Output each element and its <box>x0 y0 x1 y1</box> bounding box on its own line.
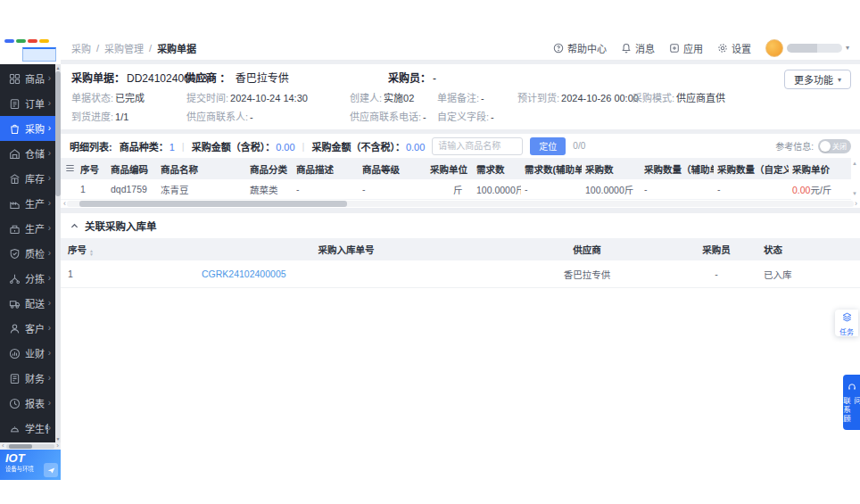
sidebar-item-label: 生产 <box>25 221 48 235</box>
user-menu[interactable]: ▾ <box>765 39 849 57</box>
bell-icon <box>621 43 632 54</box>
sidebar-item-production[interactable]: 生产› <box>0 191 55 216</box>
apps-icon <box>669 43 680 54</box>
items-col-header[interactable]: 商品描述 <box>293 162 359 176</box>
items-stat: 商品种类：1 <box>120 139 175 153</box>
sidebar-item-warehouse[interactable]: 仓储› <box>0 141 55 166</box>
items-col-header[interactable]: 商品等级 <box>359 162 426 176</box>
items-col-header[interactable]: 采购单价 <box>789 162 842 176</box>
app-logo[interactable] <box>0 36 61 64</box>
breadcrumb-purchase[interactable]: 采购 <box>71 41 91 55</box>
sidebar-item-goods[interactable]: 商品› <box>0 66 55 91</box>
sidebar-item-customers[interactable]: 客户› <box>0 316 55 341</box>
related-table-row[interactable]: 1CGRK24102400005香巴拉专供-已入库 <box>61 260 860 288</box>
help-center-button[interactable]: 帮助中心 <box>553 41 607 55</box>
logo-bars-icon <box>4 39 57 43</box>
sidebar-item-purchase[interactable]: 采购› <box>0 116 55 141</box>
scroll-down-icon[interactable]: ▼ <box>852 191 857 196</box>
items-col-header[interactable]: 商品名称 <box>157 162 246 176</box>
locate-button[interactable]: 定位 <box>530 137 566 155</box>
items-filter-row: 明细列表: 商品种类：1|采购金额（含税）：0.00|采购金额（不含税）：0.0… <box>61 134 860 158</box>
product-name-input[interactable] <box>432 137 523 155</box>
sidebar-item-orders[interactable]: 订单› <box>0 91 55 116</box>
avatar <box>765 39 783 57</box>
task-float-button[interactable]: 任务 <box>835 310 858 336</box>
scrollbar-thumb[interactable] <box>79 201 347 207</box>
order-field: 供应商 ： 香巴拉专供 <box>185 70 388 85</box>
sidebar-item-quality[interactable]: 质检› <box>0 241 55 266</box>
related-col-header[interactable]: 供应商 <box>498 243 676 256</box>
col-settings-icon[interactable] <box>61 162 77 176</box>
sidebar-item-finance[interactable]: 财务› <box>0 366 55 391</box>
scroll-up-icon[interactable]: ▲ <box>852 161 857 166</box>
sidebar-item-biz-finance[interactable]: 业财› <box>0 341 55 366</box>
items-col-header[interactable]: 需求数 <box>473 162 521 176</box>
report-icon <box>8 397 21 409</box>
order-info-row-1: 采购单据：DD24102400013供应商 ： 香巴拉专供采购员：- <box>71 70 849 85</box>
sidebar-item-reports[interactable]: 报表› <box>0 391 55 416</box>
iot-banner[interactable]: IOT 设备与环境 <box>0 450 61 480</box>
items-cell: 蔬菜类 <box>246 183 293 196</box>
scroll-right-icon[interactable]: › <box>56 442 59 450</box>
related-section-header[interactable]: 关联采购入库单 <box>61 213 860 238</box>
items-table-horizontal-scrollbar[interactable]: ‹ › <box>61 200 860 208</box>
chevron-right-icon: › <box>48 174 51 183</box>
inbound-order-link[interactable]: CGRK24102400005 <box>202 269 286 279</box>
sidebar-horizontal-scrollbar[interactable]: ‹ › <box>0 442 61 450</box>
related-inbound-card: 关联采购入库单 序号▲▼采购入库单号供应商采购员状态 1CGRK24102400… <box>61 213 860 504</box>
toggle-state-label: 关闭 <box>832 141 847 151</box>
production-icon <box>8 197 21 210</box>
chevron-down-icon: ▾ <box>838 76 841 84</box>
breadcrumb: 采购 / 采购管理 / 采购单据 <box>71 41 196 55</box>
related-col-header[interactable]: 采购入库单号 <box>194 243 498 256</box>
related-col-header[interactable]: 采购员 <box>676 243 757 256</box>
student-meal-icon <box>8 422 21 434</box>
items-col-header[interactable]: 采购数 <box>582 162 641 176</box>
related-order-no-cell: CGRK24102400005 <box>194 269 498 279</box>
items-col-header[interactable]: 商品分类 <box>246 162 293 176</box>
breadcrumb-purchase-management[interactable]: 采购管理 <box>104 41 144 55</box>
items-col-header[interactable]: 序号 <box>77 162 107 176</box>
chevron-right-icon: › <box>48 274 51 283</box>
sidebar-item-label: 客户 <box>25 321 48 335</box>
related-col-header[interactable]: 序号▲▼ <box>61 243 194 256</box>
items-table-row[interactable]: 1dqd1759冻青豆蔬菜类--斤100.0000斤-100.0000斤--0.… <box>61 179 851 200</box>
items-col-header[interactable]: 商品编码 <box>107 162 157 176</box>
order-field: 单据备注:- <box>437 90 517 104</box>
messages-button[interactable]: 消息 <box>621 41 655 55</box>
username-redacted <box>787 44 842 53</box>
messages-label: 消息 <box>635 41 655 55</box>
items-col-header[interactable]: 采购数量（辅助单位） <box>641 162 714 176</box>
scrollbar-thumb[interactable] <box>9 444 32 449</box>
order-field: 到货进度:1/1 <box>71 109 186 123</box>
chevron-right-icon: › <box>48 374 51 383</box>
order-icon <box>8 97 21 110</box>
more-actions-button[interactable]: 更多功能 ▾ <box>784 70 851 89</box>
order-field: 预计到货:2024-10-26 00:00 <box>517 90 633 104</box>
sidebar-item-inventory[interactable]: 库存› <box>0 166 55 191</box>
items-col-header[interactable]: 采购数量（自定义单位） <box>714 162 789 176</box>
reference-info-toggle[interactable]: 关闭 <box>818 139 851 153</box>
breadcrumb-separator: / <box>149 43 152 54</box>
headset-icon <box>848 379 856 395</box>
sidebar-item-label: 业财 <box>25 346 48 360</box>
sidebar-item-student-meal[interactable]: 学生餐› <box>0 416 55 441</box>
sidebar: 商品›订单›采购›仓储›库存›生产›生产›质检›分拣›配送›客户›业财›财务›报… <box>0 36 61 480</box>
settings-button[interactable]: 设置 <box>717 41 751 55</box>
items-col-header[interactable]: 需求数(辅助单位) <box>521 162 582 176</box>
grid-icon <box>8 72 21 85</box>
related-col-header[interactable]: 状态 <box>757 243 860 256</box>
sort-icon[interactable]: ▲▼ <box>89 249 94 256</box>
items-col-header[interactable]: 采购单位 <box>426 162 473 176</box>
apps-button[interactable]: 应用 <box>669 41 703 55</box>
related-buyer-cell: - <box>676 269 757 279</box>
sidebar-item-production-2[interactable]: 生产› <box>0 216 55 241</box>
scroll-left-icon[interactable]: ‹ <box>2 442 4 450</box>
contact-advisor-button[interactable]: 联系顾问 <box>843 375 860 430</box>
scroll-right-icon[interactable]: › <box>854 200 858 208</box>
sidebar-item-delivery[interactable]: 配送› <box>0 291 55 316</box>
app-window: 商品›订单›采购›仓储›库存›生产›生产›质检›分拣›配送›客户›业财›财务›报… <box>0 0 860 504</box>
delivery-icon <box>8 297 21 310</box>
caret-down-icon: ▾ <box>846 44 849 52</box>
sidebar-item-sorting[interactable]: 分拣› <box>0 266 55 291</box>
